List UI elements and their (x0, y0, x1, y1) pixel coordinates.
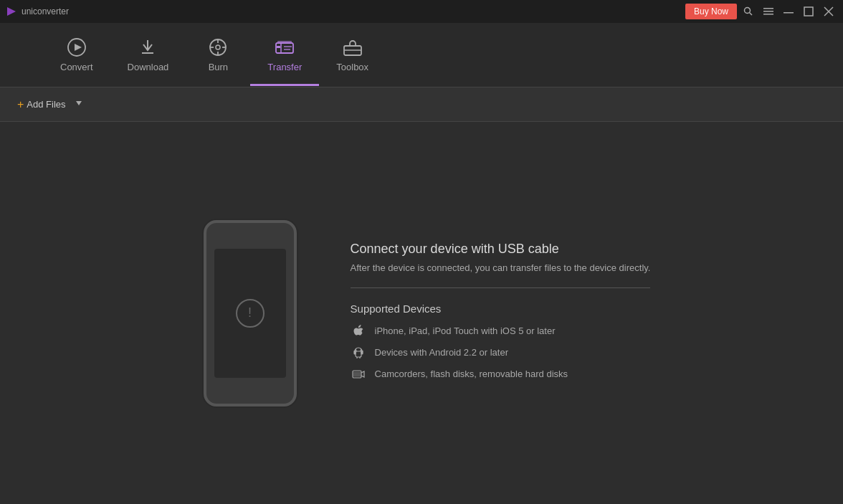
apple-device-text: iPhone, iPad, iPod Touch with iOS 5 or l… (375, 325, 556, 336)
nav-item-toolbox[interactable]: Toolbox (319, 32, 386, 78)
titlebar-left: uniconverter (6, 6, 69, 17)
info-panel: Connect your device with USB cable After… (351, 242, 651, 385)
nav-item-transfer[interactable]: Transfer (250, 32, 319, 78)
camcorder-device-text: Camcorders, flash disks, removable hard … (375, 369, 568, 379)
transfer-icon (275, 37, 295, 57)
svg-line-2 (750, 13, 753, 16)
device-row-android: Devices with Android 2.2 or later (351, 342, 651, 363)
close-icon[interactable] (820, 3, 837, 20)
nav-item-burn[interactable]: Burn (186, 32, 250, 78)
add-files-plus-icon: + (17, 98, 24, 111)
svg-marker-28 (76, 101, 82, 105)
svg-rect-3 (763, 8, 773, 9)
navbar: Convert Download Burn (0, 23, 843, 87)
add-files-button[interactable]: + Add Files (11, 95, 72, 114)
svg-rect-22 (277, 46, 280, 48)
svg-rect-7 (804, 7, 813, 16)
titlebar: uniconverter Buy Now (0, 0, 843, 23)
nav-item-download[interactable]: Download (110, 32, 186, 78)
camcorder-icon (351, 366, 366, 382)
burn-icon (208, 37, 228, 57)
svg-rect-35 (353, 371, 361, 376)
svg-rect-4 (763, 11, 773, 12)
nav-label-convert: Convert (60, 62, 93, 72)
connect-title: Connect your device with USB cable (351, 242, 651, 257)
minimize-icon[interactable] (780, 3, 797, 20)
device-row-camcorder: Camcorders, flash disks, removable hard … (351, 363, 651, 385)
svg-point-1 (745, 8, 751, 14)
supported-devices-section: Supported Devices iPhone, iPad, iPod Tou… (351, 303, 651, 385)
svg-marker-0 (7, 7, 16, 16)
supported-devices-title: Supported Devices (351, 303, 651, 315)
svg-rect-25 (277, 41, 292, 43)
svg-point-15 (216, 45, 220, 49)
android-icon (351, 345, 366, 361)
download-icon (138, 37, 158, 57)
divider (351, 287, 651, 288)
apple-icon (351, 323, 366, 339)
buy-now-button[interactable]: Buy Now (685, 4, 737, 19)
app-name: uniconverter (22, 6, 69, 16)
add-files-label: Add Files (27, 99, 65, 110)
phone-illustration: ! (193, 220, 308, 406)
main-content: ! Connect your device with USB cable Aft… (0, 122, 843, 504)
maximize-icon[interactable] (800, 3, 817, 20)
phone-body: ! (204, 220, 297, 406)
nav-label-download: Download (128, 62, 169, 72)
android-device-text: Devices with Android 2.2 or later (375, 347, 508, 358)
svg-marker-11 (75, 44, 82, 51)
app-logo-icon (6, 6, 17, 17)
phone-screen: ! (214, 249, 286, 378)
nav-item-convert[interactable]: Convert (43, 32, 110, 78)
menu-icon[interactable] (760, 3, 777, 20)
svg-rect-6 (784, 12, 794, 14)
nav-label-burn: Burn (209, 62, 228, 72)
connect-desc: After the device is connected, you can t… (351, 262, 651, 273)
svg-rect-5 (763, 14, 773, 15)
add-files-dropdown-button[interactable] (72, 96, 86, 113)
phone-button-circle: ! (236, 299, 265, 328)
device-row-apple: iPhone, iPad, iPod Touch with iOS 5 or l… (351, 320, 651, 342)
svg-rect-29 (356, 351, 361, 357)
toolbar: + Add Files (0, 87, 843, 122)
connect-section: Connect your device with USB cable After… (351, 242, 651, 273)
titlebar-right: Buy Now (685, 3, 837, 20)
search-icon[interactable] (740, 3, 757, 20)
toolbox-icon (343, 37, 363, 57)
nav-label-toolbox: Toolbox (336, 62, 368, 72)
convert-icon (67, 37, 87, 57)
nav-label-transfer: Transfer (267, 62, 302, 72)
